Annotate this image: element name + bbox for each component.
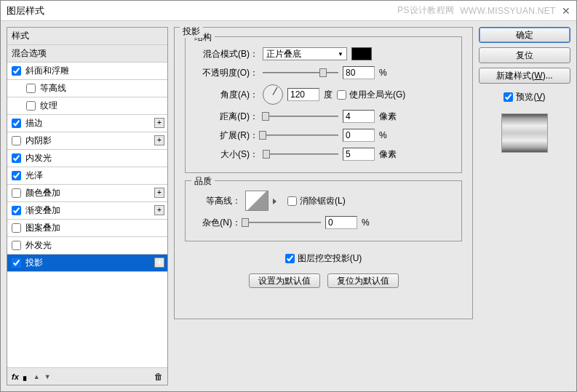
style-item-7[interactable]: 颜色叠加+ [7, 185, 167, 202]
style-item-3[interactable]: 描边+ [7, 115, 167, 132]
spread-input[interactable] [343, 129, 375, 142]
new-style-button[interactable]: 新建样式(W)... [479, 68, 570, 84]
move-up-icon[interactable]: ▲ [33, 373, 40, 380]
blending-options[interactable]: 混合选项 [7, 45, 167, 63]
style-checkbox[interactable] [12, 241, 21, 250]
opacity-label: 不透明度(O)： [193, 67, 258, 79]
style-label: 投影 [25, 257, 43, 269]
style-checkbox[interactable] [12, 66, 21, 76]
add-effect-icon[interactable]: + [154, 188, 164, 198]
style-item-6[interactable]: 光泽 [7, 167, 167, 185]
style-label: 等高线 [40, 82, 66, 95]
cancel-button[interactable]: 复位 [479, 47, 570, 63]
style-label: 图案叠加 [25, 222, 60, 234]
add-effect-icon[interactable]: + [154, 205, 164, 215]
chevron-down-icon: ▼ [338, 51, 343, 57]
style-item-8[interactable]: 渐变叠加+ [7, 202, 167, 220]
watermark: PS设计教程网 WWW.MISSYUAN.NET ✕ [397, 4, 570, 17]
move-down-icon[interactable]: ▼ [44, 373, 51, 380]
close-icon[interactable]: ✕ [562, 5, 570, 17]
preview-swatch [501, 113, 548, 153]
settings-panel: 投影 结构 混合模式(B)： 正片叠底 ▼ 不透明度(O)： [174, 27, 473, 385]
fx-icon[interactable]: fx [12, 372, 19, 381]
add-effect-icon[interactable]: + [154, 257, 164, 268]
size-slider[interactable] [263, 150, 338, 159]
add-effect-icon[interactable]: + [154, 118, 164, 128]
style-label: 描边 [25, 117, 43, 129]
style-label: 渐变叠加 [25, 204, 60, 217]
distance-input[interactable] [343, 110, 375, 123]
angle-label: 角度(A)： [193, 89, 258, 101]
size-label: 大小(S)： [193, 148, 258, 161]
titlebar: 图层样式 PS设计教程网 WWW.MISSYUAN.NET ✕ [1, 1, 576, 21]
styles-header[interactable]: 样式 [7, 28, 167, 45]
shadow-color-swatch[interactable] [351, 47, 372, 60]
sidebar-footer: fx ▖ ▲ ▼ 🗑 [7, 367, 167, 385]
style-label: 外发光 [25, 239, 52, 252]
window-title: 图层样式 [7, 4, 44, 17]
style-label: 斜面和浮雕 [25, 65, 69, 77]
style-item-5[interactable]: 内发光 [7, 150, 167, 167]
style-checkbox[interactable] [12, 171, 21, 180]
panel-title: 投影 [180, 25, 203, 38]
opacity-input[interactable] [343, 66, 375, 79]
trash-icon[interactable]: 🗑 [154, 372, 163, 382]
style-item-10[interactable]: 外发光 [7, 237, 167, 255]
noise-label: 杂色(N)： [193, 217, 241, 229]
noise-input[interactable] [325, 216, 357, 229]
ok-button[interactable]: 确定 [479, 27, 570, 43]
style-list: 斜面和浮雕等高线纹理描边+内阴影+内发光光泽颜色叠加+渐变叠加+图案叠加外发光投… [7, 63, 167, 367]
opacity-slider[interactable] [263, 68, 338, 77]
make-default-button[interactable]: 设置为默认值 [249, 273, 320, 288]
distance-label: 距离(D)： [193, 111, 258, 123]
global-light-checkbox[interactable]: 使用全局光(G) [337, 89, 405, 101]
style-item-11[interactable]: 投影+ [7, 255, 167, 272]
style-label: 光泽 [25, 169, 43, 182]
contour-label: 等高线： [193, 195, 241, 207]
angle-dial[interactable] [263, 84, 283, 105]
style-checkbox[interactable] [12, 258, 21, 268]
blend-mode-combo[interactable]: 正片叠底 ▼ [263, 47, 347, 60]
size-input[interactable] [343, 148, 375, 161]
style-item-2[interactable]: 纹理 [7, 97, 167, 115]
style-checkbox[interactable] [12, 223, 21, 233]
style-checkbox[interactable] [26, 101, 36, 111]
structure-fieldset: 结构 混合模式(B)： 正片叠底 ▼ 不透明度(O)： % [185, 36, 462, 173]
style-item-4[interactable]: 内阴影+ [7, 132, 167, 150]
quality-fieldset: 品质 等高线： 消除锯齿(L) 杂色(N)： % [185, 180, 462, 241]
angle-input[interactable] [287, 88, 319, 101]
fx-menu-icon[interactable]: ▖ [23, 372, 29, 381]
style-checkbox[interactable] [26, 84, 36, 93]
style-item-0[interactable]: 斜面和浮雕 [7, 63, 167, 80]
style-label: 纹理 [40, 100, 57, 112]
right-column: 确定 复位 新建样式(W)... 预览(V) [479, 27, 570, 385]
quality-legend: 品质 [191, 175, 215, 188]
add-effect-icon[interactable]: + [154, 135, 164, 145]
spread-label: 扩展(R)： [193, 129, 258, 142]
style-checkbox[interactable] [12, 206, 21, 215]
contour-picker[interactable] [245, 191, 268, 211]
preview-checkbox[interactable]: 预览(V) [479, 91, 570, 103]
layer-style-dialog: 图层样式 PS设计教程网 WWW.MISSYUAN.NET ✕ 样式 混合选项 … [0, 0, 577, 392]
style-label: 内阴影 [25, 135, 52, 147]
style-checkbox[interactable] [12, 136, 21, 145]
noise-slider[interactable] [245, 218, 321, 227]
dialog-body: 样式 混合选项 斜面和浮雕等高线纹理描边+内阴影+内发光光泽颜色叠加+渐变叠加+… [1, 21, 576, 391]
spread-slider[interactable] [263, 131, 338, 140]
style-checkbox[interactable] [12, 188, 21, 198]
style-label: 内发光 [25, 152, 52, 164]
style-checkbox[interactable] [12, 119, 21, 128]
blend-mode-label: 混合模式(B)： [193, 48, 258, 60]
knockout-checkbox[interactable]: 图层挖空投影(U) [285, 252, 362, 265]
reset-default-button[interactable]: 复位为默认值 [327, 273, 399, 288]
style-checkbox[interactable] [12, 153, 21, 163]
distance-slider[interactable] [263, 112, 338, 121]
panel-box: 结构 混合模式(B)： 正片叠底 ▼ 不透明度(O)： % [174, 27, 473, 319]
style-item-9[interactable]: 图案叠加 [7, 220, 167, 237]
style-label: 颜色叠加 [25, 187, 60, 199]
style-item-1[interactable]: 等高线 [7, 80, 167, 97]
styles-sidebar: 样式 混合选项 斜面和浮雕等高线纹理描边+内阴影+内发光光泽颜色叠加+渐变叠加+… [7, 27, 168, 385]
antialias-checkbox[interactable]: 消除锯齿(L) [287, 195, 346, 207]
